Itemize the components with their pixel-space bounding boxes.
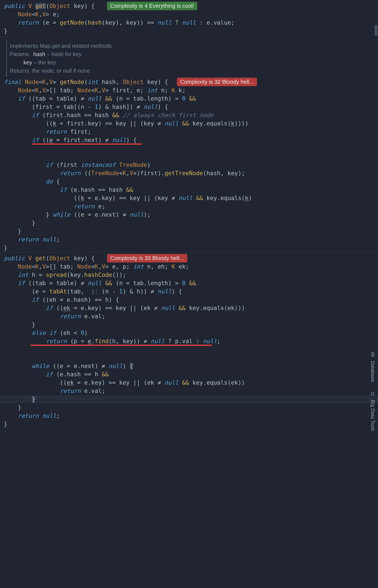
- doc-params-label: Params:: [10, 51, 30, 57]
- code-line[interactable]: return e.val;: [0, 387, 378, 395]
- red-underline: [30, 345, 212, 346]
- code-line[interactable]: }: [0, 420, 378, 428]
- red-underline: [32, 143, 142, 145]
- code-line-current[interactable]: }: [0, 395, 378, 403]
- editor-divider: [0, 253, 378, 253]
- method-get: get: [35, 3, 46, 9]
- code-line[interactable]: public V get(Object key) { Complexity is…: [0, 254, 378, 262]
- code-line[interactable]: final Node<K,V> getNode(int hash, Object…: [0, 78, 378, 86]
- code-editor[interactable]: public V get(Object key) { Complexity is…: [0, 0, 378, 431]
- tool-tab-database[interactable]: 🗄Database: [369, 351, 377, 382]
- code-line[interactable]: if ((tab = table) ≠ null && (n = tab.len…: [0, 279, 378, 287]
- code-line[interactable]: (e = tabAt(tab, i: (n - 1) & h)) ≠ null)…: [0, 287, 378, 296]
- code-line[interactable]: if ((eh = e.hash) == h) {: [0, 296, 378, 304]
- code-line[interactable]: do {: [0, 177, 378, 186]
- database-icon: 🗄: [371, 351, 375, 359]
- code-line[interactable]: ((k = first.key) == key || (key ≠ null &…: [0, 119, 378, 128]
- code-line[interactable]: if (e.hash == h &&: [0, 370, 378, 379]
- code-line[interactable]: else if (eh < 0): [0, 329, 378, 337]
- code-line[interactable]: (first = tab[(n - 1) & hash]) ≠ null) {: [0, 103, 378, 111]
- comment: // always check first node: [123, 112, 214, 119]
- code-line[interactable]: } while ((e = e.next) ≠ null);: [0, 211, 378, 219]
- complexity-badge-good: Complexity is 4 Everything is cool!: [107, 2, 197, 10]
- code-line[interactable]: int h = spread(key.hashCode());: [0, 271, 378, 279]
- code-line[interactable]: if ((tab = table) ≠ null && (n = tab.len…: [0, 95, 378, 103]
- code-line[interactable]: }: [0, 403, 378, 412]
- code-line[interactable]: if ((ek = e.key) == key || (ek ≠ null &&…: [0, 304, 378, 312]
- code-line[interactable]: if (first.hash == hash && // always chec…: [0, 111, 378, 119]
- code-line[interactable]: if (e.hash == hash &&: [0, 186, 378, 194]
- complexity-badge-bad: Complexity is 32 Bloody hell...: [177, 78, 257, 86]
- code-line[interactable]: return (p = e.find(h, key)) ≠ null ? p.v…: [0, 337, 378, 362]
- code-line[interactable]: return null;: [0, 235, 378, 244]
- complexity-badge-bad: Complexity is 33 Bloody hell...: [107, 254, 187, 262]
- code-line[interactable]: return e;: [0, 202, 378, 211]
- doc-returns-label: Returns:: [10, 68, 31, 74]
- code-line[interactable]: return e.val;: [0, 312, 378, 321]
- code-line[interactable]: if (first instanceof TreeNode): [0, 161, 378, 169]
- javadoc-popup: Implements Map.get and related methods. …: [6, 40, 378, 77]
- code-line[interactable]: }: [0, 321, 378, 329]
- method-get-2: get: [35, 255, 46, 262]
- doc-summary: Implements Map.get and related methods.: [10, 42, 378, 50]
- code-line[interactable]: }: [0, 227, 378, 235]
- code-line[interactable]: return null;: [0, 412, 378, 420]
- code-line[interactable]: Node<K,V>[] tab; Node<K,V> first, e; int…: [0, 86, 378, 95]
- code-line[interactable]: }: [0, 219, 378, 227]
- method-getnode: getNode: [60, 79, 84, 85]
- code-line[interactable]: public V get(Object key) { Complexity is…: [0, 2, 378, 10]
- code-line[interactable]: ((ek = e.key) == key || (ek ≠ null && ke…: [0, 379, 378, 387]
- code-line[interactable]: return (e = getNode(hash(key), key)) == …: [0, 19, 378, 27]
- right-tool-tabs: 🗄Database DBig Data Tools ▦jclasslib: [369, 351, 377, 431]
- code-line[interactable]: ((k = e.key) == key || (key ≠ null && ke…: [0, 194, 378, 202]
- tool-tab-bigdata[interactable]: DBig Data Tools: [369, 390, 377, 431]
- code-line[interactable]: return ((TreeNode<K,V>)first).getTreeNod…: [0, 169, 378, 177]
- code-line[interactable]: Node<K,V>[] tab; Node<K,V> e, p; int n, …: [0, 262, 378, 271]
- code-line[interactable]: Node<K,V> e;: [0, 10, 378, 19]
- code-line[interactable]: }: [0, 244, 378, 252]
- keyword-public: public: [4, 3, 25, 9]
- code-line[interactable]: return first;: [0, 128, 378, 136]
- code-line[interactable]: if ((e = first.next) ≠ null) {: [0, 136, 378, 161]
- code-line[interactable]: while ((e = e.next) ≠ null) {: [0, 362, 378, 370]
- code-line[interactable]: }: [0, 27, 378, 35]
- bigdata-icon: D: [371, 390, 374, 398]
